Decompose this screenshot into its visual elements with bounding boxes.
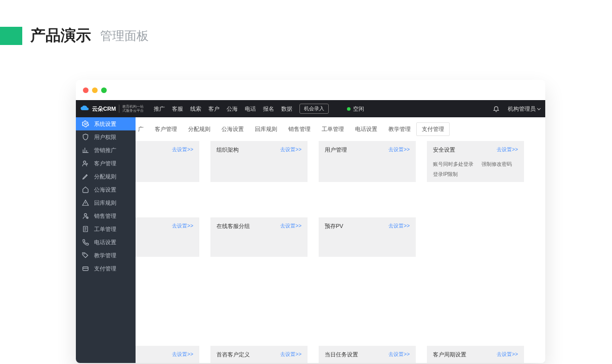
settings-card: 去设置>> — [136, 141, 199, 182]
chevron-down-icon — [537, 106, 541, 110]
sidebar-item[interactable]: 回库规则 — [76, 196, 136, 209]
svg-point-1 — [83, 161, 86, 163]
tab-bar: 广客户管理分配规则公海设置回库规则销售管理工单管理电话设置教学管理支付管理 — [136, 117, 545, 141]
doc-icon — [82, 225, 89, 233]
close-dot[interactable] — [83, 87, 89, 93]
tag-icon — [82, 252, 89, 259]
sub-tab[interactable]: 回库规则 — [249, 122, 283, 136]
sidebar-item-label: 营销推广 — [94, 147, 116, 154]
bar-icon — [82, 147, 89, 154]
sidebar-item-label: 销售管理 — [94, 212, 116, 220]
window-controls — [76, 80, 545, 100]
sidebar-item[interactable]: 分配规则 — [76, 170, 136, 183]
topnav-item[interactable]: 公海 — [227, 105, 238, 113]
card-settings-link[interactable]: 去设置>> — [388, 351, 410, 358]
topnav-item[interactable]: 客服 — [172, 105, 183, 113]
sub-tab[interactable]: 支付管理 — [416, 122, 450, 136]
logo-tagline-1: 教育机构一站 — [122, 105, 144, 109]
sidebar-item[interactable]: 工单管理 — [76, 222, 136, 236]
card-title: 首咨客户定义 — [216, 351, 250, 358]
sub-tab[interactable]: 客户管理 — [149, 122, 183, 136]
card-settings-link[interactable]: 去设置>> — [280, 146, 301, 153]
slide-title: 产品演示 — [30, 25, 91, 46]
card-title: 预存PV — [325, 222, 343, 230]
card-settings-link[interactable]: 去设置>> — [280, 222, 301, 230]
topnav-item[interactable]: 电话 — [245, 105, 256, 113]
status-text: 空闲 — [353, 105, 364, 113]
sidebar-item-label: 分配规则 — [94, 173, 116, 180]
card-title: 用户管理 — [325, 146, 347, 154]
shield-icon — [82, 133, 89, 141]
app-window: 云朵CRM 教育机构一站 式服务云平台 推广客服线索客户公海电话报名数据 机会录… — [76, 80, 545, 363]
user-role-dropdown[interactable]: 机构管理员 — [508, 105, 540, 113]
sales-icon — [82, 212, 89, 219]
person-icon — [82, 160, 89, 167]
sidebar-item[interactable]: 公海设置 — [76, 183, 136, 196]
card-row: 则去设置>>首咨客户定义去设置>>当日任务设置去设置>>客户周期设置去设置>> — [136, 346, 545, 363]
minimize-dot[interactable] — [92, 87, 98, 93]
sidebar-item-label: 回库规则 — [94, 199, 116, 207]
svg-point-0 — [84, 123, 86, 125]
sub-tab[interactable]: 销售管理 — [283, 122, 316, 136]
sidebar-item-label: 用户权限 — [94, 133, 116, 141]
topbar: 云朵CRM 教育机构一站 式服务云平台 推广客服线索客户公海电话报名数据 机会录… — [76, 100, 545, 117]
content: 广客户管理分配规则公海设置回库规则销售管理工单管理电话设置教学管理支付管理 去设… — [136, 117, 545, 363]
svg-point-2 — [84, 213, 87, 216]
card-sub-item[interactable]: 账号同时多处登录 — [433, 161, 473, 168]
card-settings-link[interactable]: 去设置>> — [172, 146, 193, 153]
topnav-item[interactable]: 数据 — [281, 105, 292, 113]
sub-tab[interactable]: 教学管理 — [383, 122, 416, 136]
card-title: 当日任务设置 — [325, 351, 358, 358]
svg-point-5 — [84, 254, 84, 254]
sidebar-item-label: 教学管理 — [94, 252, 116, 259]
topnav-item[interactable]: 客户 — [208, 105, 220, 113]
sidebar-item-label: 电话设置 — [94, 239, 116, 246]
maximize-dot[interactable] — [101, 87, 107, 93]
svg-rect-6 — [83, 267, 89, 271]
topnav-item[interactable]: 线索 — [190, 105, 201, 113]
card-settings-link[interactable]: 去设置>> — [172, 351, 193, 358]
topnav-item[interactable]: 报名 — [263, 105, 274, 113]
sidebar-item[interactable]: 营销推广 — [76, 144, 136, 157]
logo-brand-zh: 云朵 — [92, 106, 103, 112]
settings-card: 首咨客户定义去设置>> — [210, 346, 308, 363]
topnav-item[interactable]: 推广 — [154, 105, 165, 113]
sidebar-item[interactable]: 支付管理 — [76, 262, 136, 275]
sidebar-item-label: 系统设置 — [94, 120, 116, 128]
phone-icon — [82, 239, 89, 246]
logo[interactable]: 云朵CRM 教育机构一站 式服务云平台 — [80, 105, 149, 113]
sidebar-item[interactable]: 电话设置 — [76, 236, 136, 249]
top-nav: 推广客服线索客户公海电话报名数据 — [154, 105, 292, 113]
record-button[interactable]: 机会录入 — [299, 104, 329, 114]
settings-card: 当日任务设置去设置>> — [319, 346, 416, 363]
sidebar-item-label: 公海设置 — [94, 186, 116, 194]
card-title: 客户周期设置 — [433, 351, 466, 358]
sidebar-item[interactable]: 系统设置 — [76, 117, 136, 130]
card-rows: 去设置>>组织架构去设置>>用户管理去设置>>安全设置去设置>>账号同时多处登录… — [136, 141, 545, 257]
card-sub-item[interactable]: 登录IP限制 — [433, 171, 458, 178]
card-settings-link[interactable]: 去设置>> — [497, 146, 518, 153]
sub-tab[interactable]: 电话设置 — [349, 122, 383, 136]
card-settings-link[interactable]: 去设置>> — [280, 351, 301, 358]
sidebar-item[interactable]: 客户管理 — [76, 157, 136, 170]
settings-card: 客户周期设置去设置>> — [427, 346, 524, 363]
accent-block — [0, 27, 22, 45]
sub-tab[interactable]: 广 — [136, 122, 149, 136]
sub-tab[interactable]: 分配规则 — [183, 122, 216, 136]
sidebar-item[interactable]: 教学管理 — [76, 249, 136, 262]
sidebar-item[interactable]: 用户权限 — [76, 130, 136, 144]
card-settings-link[interactable]: 去设置>> — [388, 222, 410, 230]
sub-tab[interactable]: 公海设置 — [216, 122, 249, 136]
card-settings-link[interactable]: 去设置>> — [497, 351, 518, 358]
card-settings-link[interactable]: 去设置>> — [172, 222, 193, 230]
sub-tab[interactable]: 工单管理 — [316, 122, 349, 136]
bell-icon[interactable] — [493, 105, 500, 112]
warn-icon — [82, 199, 89, 206]
card-settings-link[interactable]: 去设置>> — [388, 146, 410, 153]
home-icon — [82, 186, 89, 193]
settings-icon — [82, 120, 89, 127]
settings-card: 置去设置>> — [136, 217, 199, 257]
logo-brand-en: CRM — [103, 106, 116, 112]
card-sub-item[interactable]: 强制修改密码 — [482, 161, 512, 168]
sidebar-item[interactable]: 销售管理 — [76, 209, 136, 222]
